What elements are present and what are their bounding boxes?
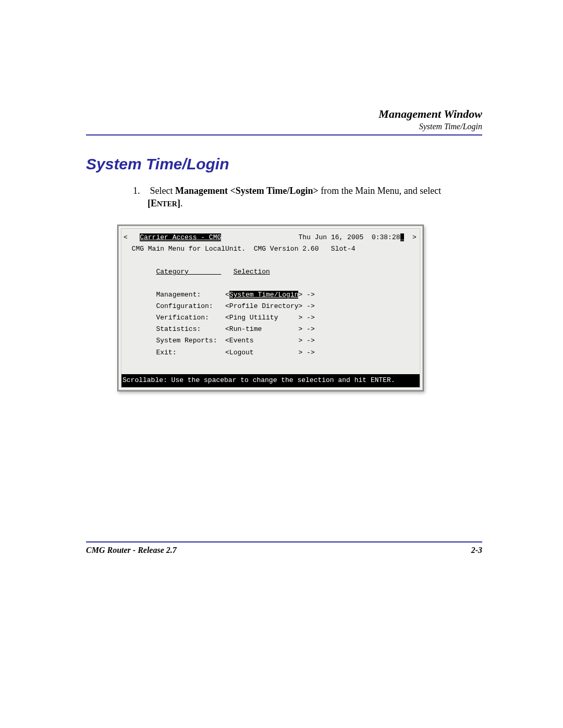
- step-number: 1.: [133, 184, 148, 197]
- content-area: Management Window System Time/Login Syst…: [86, 107, 482, 561]
- footer-page-number: 2-3: [471, 546, 482, 555]
- menu-cat-management: Management:: [156, 291, 221, 299]
- menu-row-system-reports[interactable]: System Reports: <Events > ->: [124, 335, 418, 347]
- header-rule: [86, 134, 482, 135]
- scroll-right-icon[interactable]: >: [404, 233, 416, 241]
- terminal-app-title: Carrier Access - CMG: [140, 233, 221, 241]
- instr-text-pre: Select: [150, 186, 175, 196]
- menu-sel-events[interactable]: Events: [229, 337, 299, 344]
- menu-sel-run-time[interactable]: Run-time: [229, 325, 299, 333]
- menu-row-configuration[interactable]: Configuration: <Profile Directory> ->: [124, 301, 418, 312]
- menu-row-exit[interactable]: Exit: <Logout > ->: [124, 347, 418, 359]
- terminal-screen: < Carrier Access - CMG Thu Jun 16, 2005 …: [121, 229, 420, 387]
- scroll-left-icon[interactable]: <: [124, 233, 128, 241]
- col-header-selection: Selection: [234, 268, 270, 276]
- header-title: Management Window: [86, 107, 482, 121]
- page-footer: CMG Router - Release 2.7 2-3: [86, 537, 482, 555]
- col-header-category: Category: [156, 268, 221, 276]
- running-header: Management Window System Time/Login: [86, 107, 482, 131]
- terminal-column-headers: Category Selection: [124, 266, 418, 278]
- instruction-step-1: 1. Select Management <System Time/Login>…: [133, 184, 477, 210]
- terminal-inner-border: < Carrier Access - CMG Thu Jun 16, 2005 …: [119, 227, 422, 389]
- menu-row-statistics[interactable]: Statistics: <Run-time > ->: [124, 324, 418, 335]
- terminal-screenshot: < Carrier Access - CMG Thu Jun 16, 2005 …: [117, 225, 424, 391]
- terminal-datetime: Thu Jun 16, 2005 0:38:28: [298, 233, 400, 241]
- instr-bold-target: Management <System Time/Login>: [175, 186, 319, 196]
- terminal-title-row: < Carrier Access - CMG Thu Jun 16, 2005 …: [124, 232, 418, 243]
- instr-enter-small: NTER: [157, 200, 177, 208]
- terminal-subtitle: CMG Main Menu for LocalUnit. CMG Version…: [124, 243, 418, 255]
- menu-sel-ping-utility[interactable]: Ping Utility: [229, 314, 299, 322]
- menu-row-management[interactable]: Management: <System Time/Login> ->: [124, 289, 418, 301]
- footer-left: CMG Router - Release 2.7: [86, 546, 177, 555]
- menu-cat-exit: Exit:: [156, 349, 221, 356]
- footer-rule: [86, 541, 482, 542]
- instr-period: .: [180, 198, 183, 208]
- menu-cat-verification: Verification:: [156, 314, 221, 322]
- document-page: Management Window System Time/Login Syst…: [0, 0, 563, 728]
- menu-sel-logout[interactable]: Logout: [229, 349, 299, 356]
- terminal-blank-2: [124, 278, 418, 289]
- instr-enter-open: [E: [148, 198, 157, 208]
- menu-cat-statistics: Statistics:: [156, 325, 221, 333]
- menu-cat-system-reports: System Reports:: [156, 337, 221, 344]
- terminal-blank-1: [124, 255, 418, 266]
- menu-sel-system-time-login[interactable]: System Time/Login: [229, 291, 299, 299]
- menu-row-verification[interactable]: Verification: <Ping Utility > ->: [124, 312, 418, 324]
- section-title: System Time/Login: [86, 155, 482, 173]
- instr-text-mid: from the Main Menu, and select: [319, 186, 441, 196]
- header-subtitle: System Time/Login: [86, 122, 482, 131]
- menu-sel-profile-directory[interactable]: Profile Directory: [229, 302, 299, 310]
- menu-cat-configuration: Configuration:: [156, 302, 221, 310]
- terminal-status-bar: Scrollable: Use the spacebar to change t…: [121, 374, 420, 387]
